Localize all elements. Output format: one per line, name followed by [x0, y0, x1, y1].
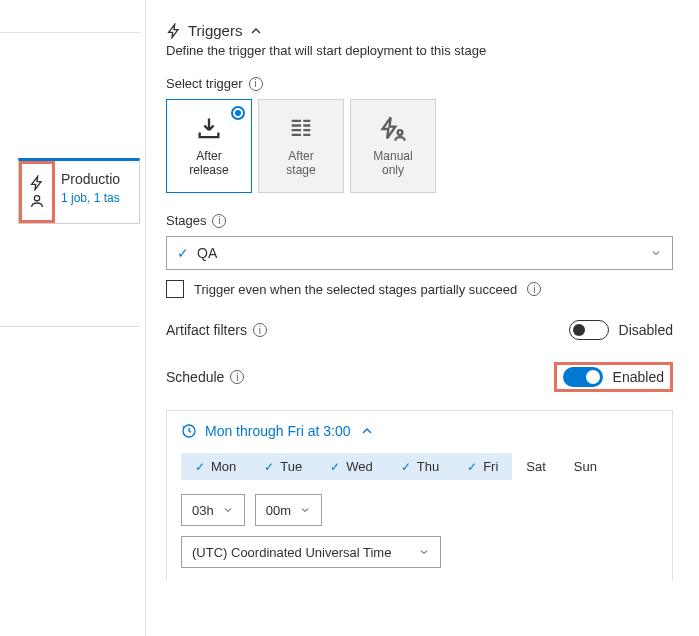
radio-selected-icon: [231, 106, 245, 120]
check-icon: ✓: [401, 460, 411, 474]
triggers-heading-text: Triggers: [188, 22, 242, 39]
triggers-panel: Triggers Define the trigger that will st…: [145, 0, 699, 636]
chevron-down-icon: [222, 504, 234, 516]
svg-point-1: [398, 130, 403, 135]
day-wed[interactable]: ✓Wed: [316, 453, 387, 480]
check-icon: ✓: [467, 460, 477, 474]
triggers-subtitle: Define the trigger that will start deplo…: [166, 43, 673, 58]
check-icon: ✓: [330, 460, 340, 474]
partial-succeed-label: Trigger even when the selected stages pa…: [194, 282, 517, 297]
info-icon[interactable]: i: [230, 370, 244, 384]
artifact-filters-state: Disabled: [619, 322, 673, 338]
stages-icon: [287, 115, 315, 143]
chevron-up-icon: [359, 423, 375, 439]
stages-select[interactable]: ✓ QA: [166, 236, 673, 270]
trigger-option-after-release[interactable]: After release: [166, 99, 252, 193]
partial-succeed-checkbox[interactable]: [166, 280, 184, 298]
trigger-option-manual-only[interactable]: Manual only: [350, 99, 436, 193]
minute-select[interactable]: 00m: [255, 494, 322, 526]
artifact-filters-label: Artifact filters: [166, 322, 247, 338]
person-icon: [29, 193, 45, 209]
info-icon[interactable]: i: [249, 77, 263, 91]
chevron-down-icon: [650, 247, 662, 259]
schedule-highlight: Enabled: [554, 362, 673, 392]
stage-pre-conditions-highlight[interactable]: [19, 161, 55, 223]
info-icon[interactable]: i: [212, 214, 226, 228]
triggers-heading[interactable]: Triggers: [166, 22, 673, 39]
info-icon[interactable]: i: [527, 282, 541, 296]
schedule-state: Enabled: [613, 369, 664, 385]
chevron-up-icon: [248, 23, 264, 39]
stage-card[interactable]: Productio 1 job, 1 tas: [18, 158, 140, 224]
bolt-person-icon: [379, 115, 407, 143]
bolt-icon: [29, 175, 45, 191]
trigger-option-after-stage[interactable]: After stage: [258, 99, 344, 193]
artifact-filters-toggle[interactable]: [569, 320, 609, 340]
day-thu[interactable]: ✓Thu: [387, 453, 453, 480]
bolt-icon: [166, 23, 182, 39]
day-fri[interactable]: ✓Fri: [453, 453, 512, 480]
check-icon: ✓: [177, 245, 189, 261]
day-sat[interactable]: Sat: [512, 453, 560, 480]
select-trigger-label: Select trigger i: [166, 76, 673, 91]
schedule-body: Mon through Fri at 3:00 ✓Mon ✓Tue ✓Wed ✓…: [166, 410, 673, 580]
schedule-toggle[interactable]: [563, 367, 603, 387]
clock-icon: [181, 423, 197, 439]
day-tue[interactable]: ✓Tue: [250, 453, 316, 480]
day-mon[interactable]: ✓Mon: [181, 453, 250, 480]
schedule-label: Schedule: [166, 369, 224, 385]
chevron-down-icon: [418, 546, 430, 558]
hour-select[interactable]: 03h: [181, 494, 245, 526]
stages-select-value: QA: [197, 245, 217, 261]
check-icon: ✓: [264, 460, 274, 474]
svg-point-0: [34, 196, 39, 201]
stage-subtitle[interactable]: 1 job, 1 tas: [61, 191, 120, 205]
day-sun[interactable]: Sun: [560, 453, 630, 480]
schedule-summary[interactable]: Mon through Fri at 3:00: [181, 423, 658, 439]
stages-label: Stages i: [166, 213, 673, 228]
stage-name: Productio: [61, 171, 120, 187]
timezone-select[interactable]: (UTC) Coordinated Universal Time: [181, 536, 441, 568]
chevron-down-icon: [299, 504, 311, 516]
info-icon[interactable]: i: [253, 323, 267, 337]
check-icon: ✓: [195, 460, 205, 474]
download-box-icon: [195, 115, 223, 143]
